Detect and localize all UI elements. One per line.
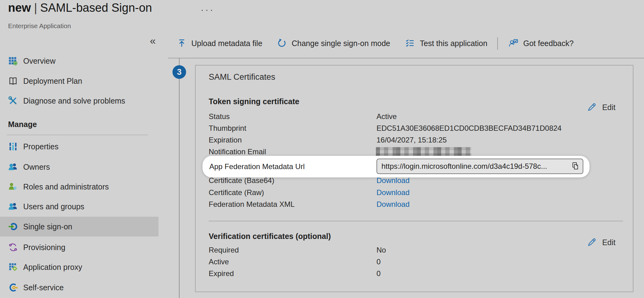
token-signing-certificate-heading: Token signing certificate	[209, 97, 299, 106]
saml-certificates-panel: SAML Certificates Token signing certific…	[195, 65, 633, 292]
download-metadata-xml-link[interactable]: Download	[376, 200, 410, 209]
sidebar-item-single-sign-on[interactable]: Single sign-on	[0, 217, 159, 236]
column-bars-icon	[8, 142, 18, 151]
expiration-row: Expiration 16/04/2027, 15:18:25	[209, 135, 622, 145]
notification-email-row: Notification Email	[209, 147, 622, 156]
sidebar-item-roles-administrators[interactable]: Roles and administrators	[0, 177, 161, 197]
undo-arrow-icon	[277, 38, 287, 49]
page-subtitle: Enterprise Application	[8, 22, 71, 30]
crossed-tools-icon	[8, 96, 18, 106]
certificate-raw-row: Certificate (Raw) Download	[209, 188, 622, 197]
required-row: Required No	[209, 245, 622, 255]
sidebar-collapse-icon[interactable]: «	[150, 35, 156, 47]
sidebar-item-users-groups[interactable]: Users and groups	[0, 197, 161, 216]
download-raw-link[interactable]: Download	[376, 188, 410, 197]
download-base64-link[interactable]: Download	[376, 176, 410, 185]
key-circle-icon	[8, 283, 18, 292]
change-sso-mode-button[interactable]: Change single sign-on mode	[277, 36, 390, 51]
upload-metadata-file-button[interactable]: Upload metadata file	[176, 36, 262, 51]
verification-certificates-heading: Verification certificates (optional)	[209, 232, 331, 241]
sidebar-divider	[7, 135, 148, 135]
redacted-email-value	[376, 147, 471, 156]
got-feedback-button[interactable]: Got feedback?	[508, 36, 574, 51]
metadata-url-value: https://login.microsoftonline.com/d3a4c1…	[381, 159, 565, 173]
app-window: new|SAML-based Sign-on ··· Enterprise Ap…	[0, 0, 644, 298]
grid-diamond-icon	[8, 262, 18, 272]
step-rail-line	[179, 58, 180, 298]
upload-icon	[176, 38, 187, 49]
sidebar-section-manage: Manage	[8, 120, 37, 129]
page-title: new|SAML-based Sign-on	[8, 1, 152, 15]
federation-metadata-xml-row: Federation Metadata XML Download	[209, 200, 622, 209]
thumbprint-row: Thumbprint EDC51A30E36068ED1CD0CDB3BECFA…	[209, 124, 622, 133]
status-row: Status Active	[209, 112, 622, 121]
toolbar-divider	[497, 37, 498, 50]
two-people-icon	[8, 162, 18, 172]
expired-value: 0	[376, 269, 381, 278]
sidebar-item-owners[interactable]: Owners	[0, 157, 161, 177]
sidebar-item-diagnose[interactable]: Diagnose and solve problems	[0, 91, 161, 111]
copy-url-button[interactable]	[570, 161, 580, 171]
certificate-base64-row: Certificate (Base64) Download	[209, 176, 622, 185]
step-3-badge: 3	[172, 65, 186, 79]
metadata-url-input[interactable]: https://login.microsoftonline.com/d3a4c1…	[376, 159, 583, 174]
app-federation-metadata-url-highlight: App Federation Metadata Url https://logi…	[202, 156, 590, 177]
active-row: Active 0	[209, 257, 622, 266]
test-application-button[interactable]: Test this application	[405, 36, 487, 51]
sync-circle-icon	[8, 242, 18, 252]
expiration-value: 16/04/2027, 15:18:25	[376, 135, 447, 145]
person-feedback-icon	[508, 38, 519, 49]
open-book-icon	[8, 76, 18, 86]
active-value: 0	[376, 257, 381, 266]
toolbar-bottom-border	[168, 58, 644, 58]
expired-row: Expired 0	[209, 269, 622, 278]
copy-icon	[570, 161, 580, 171]
sidebar-item-self-service[interactable]: Self-service	[0, 278, 161, 297]
panel-title: SAML Certificates	[209, 72, 275, 82]
two-people-icon	[8, 202, 18, 211]
blade-title: SAML-based Sign-on	[40, 1, 152, 14]
app-name: new	[8, 1, 31, 14]
status-value: Active	[376, 112, 397, 121]
checklist-icon	[405, 38, 416, 49]
sidebar-item-provisioning[interactable]: Provisioning	[0, 237, 161, 257]
required-value: No	[376, 245, 386, 255]
sidebar-item-deployment-plan[interactable]: Deployment Plan	[0, 71, 161, 91]
pencil-icon	[586, 102, 597, 113]
app-federation-metadata-url-label: App Federation Metadata Url	[209, 156, 305, 177]
title-separator: |	[31, 1, 40, 14]
more-menu-icon[interactable]: ···	[201, 4, 215, 15]
sidebar-item-application-proxy[interactable]: Application proxy	[0, 257, 161, 277]
person-cube-icon	[8, 182, 18, 192]
sidebar-item-properties[interactable]: Properties	[0, 137, 161, 156]
section-divider	[209, 221, 623, 221]
sso-circle-arrow-icon	[8, 222, 18, 232]
sidebar-item-overview[interactable]: Overview	[0, 51, 161, 71]
grid-globe-icon	[8, 56, 18, 66]
thumbprint-value: EDC51A30E36068ED1CD0CDB3BECFAD34B71D0824	[376, 124, 562, 133]
